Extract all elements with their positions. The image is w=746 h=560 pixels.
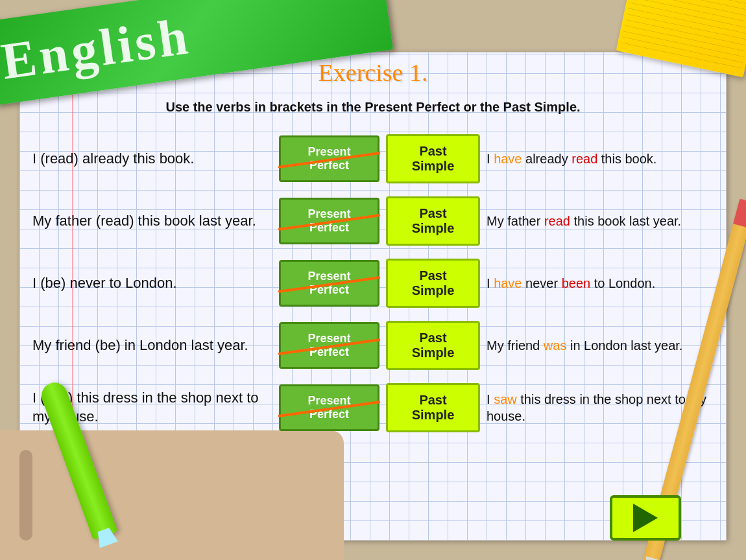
sentence-3: I (be) never to London. <box>32 274 279 293</box>
exercise-title: Exercise 1. <box>32 58 714 87</box>
present-perfect-btn-3[interactable]: Present Perfect <box>279 260 379 307</box>
buttons-group-4: Present Perfect Past Simple <box>279 321 480 370</box>
answer-3: I have never been to London. <box>480 275 714 292</box>
sentence-1: I (read) already this book. <box>32 150 279 169</box>
past-simple-btn-2[interactable]: Past Simple <box>386 196 480 246</box>
present-perfect-btn-2[interactable]: Present Perfect <box>279 198 379 244</box>
instruction-text: Use the verbs in brackets in the Present… <box>32 100 714 115</box>
present-perfect-btn-1[interactable]: Present Perfect <box>279 135 379 182</box>
answer-word-read-1: read <box>572 152 597 166</box>
exercise-row-2: My father (read) this book last year. Pr… <box>32 196 714 246</box>
answer-word-been-3: been <box>562 276 591 290</box>
next-button[interactable] <box>610 495 681 541</box>
present-perfect-btn-4[interactable]: Present Perfect <box>279 322 379 369</box>
past-simple-btn-5[interactable]: Past Simple <box>386 383 480 432</box>
sentence-2: My father (read) this book last year. <box>32 212 279 231</box>
buttons-group-5: Present Perfect Past Simple <box>279 383 480 432</box>
exercise-row-4: My friend (be) in London last year. Pres… <box>32 321 714 370</box>
past-simple-btn-4[interactable]: Past Simple <box>386 321 480 370</box>
answer-word-read-2: read <box>544 214 570 228</box>
play-triangle-icon <box>633 504 658 532</box>
past-simple-btn-1[interactable]: Past Simple <box>386 134 480 183</box>
answer-4: My friend was in London last year. <box>480 337 714 354</box>
answer-2: My father read this book last year. <box>480 213 714 229</box>
answer-5: I saw this dress in the shop next to my … <box>480 391 714 425</box>
present-perfect-btn-5[interactable]: Present Perfect <box>279 384 379 431</box>
answer-word-saw-5: saw <box>494 392 517 406</box>
buttons-group-2: Present Perfect Past Simple <box>279 196 480 246</box>
answer-1: I have already read this book. <box>480 150 714 167</box>
buttons-group-3: Present Perfect Past Simple <box>279 259 480 308</box>
exercise-row-1: I (read) already this book. Present Perf… <box>32 134 714 183</box>
exercise-row-5: I (see) this dress in the shop next to m… <box>32 383 714 432</box>
answer-word-have-1: have <box>494 152 522 166</box>
answer-word-was-4: was <box>544 338 567 353</box>
main-content: Exercise 1. Use the verbs in brackets in… <box>32 58 714 528</box>
buttons-group-1: Present Perfect Past Simple <box>279 134 480 183</box>
sentence-4: My friend (be) in London last year. <box>32 336 279 355</box>
past-simple-btn-3[interactable]: Past Simple <box>386 259 480 308</box>
exercise-row-3: I (be) never to London. Present Perfect … <box>32 259 714 308</box>
answer-word-have-3: have <box>494 276 522 290</box>
